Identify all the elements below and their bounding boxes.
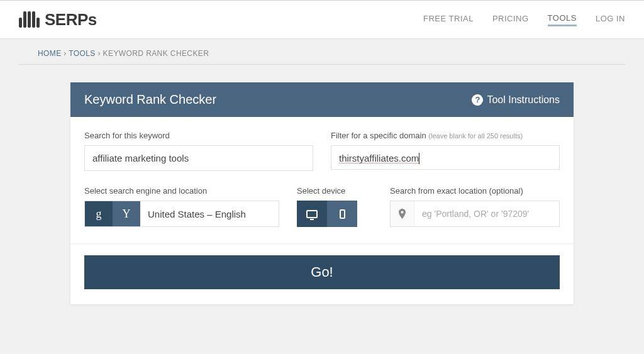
- device-mobile-button[interactable]: [327, 201, 357, 227]
- mobile-icon: [340, 209, 345, 219]
- location-pin-icon: [391, 201, 414, 226]
- tool-instructions-label: Tool Instructions: [487, 94, 560, 106]
- topbar: SERPs FREE TRIAL PRICING TOOLS LOG IN: [0, 0, 644, 39]
- nav-pricing[interactable]: PRICING: [492, 14, 529, 25]
- breadcrumb: HOME › TOOLS › KEYWORD RANK CHECKER: [19, 39, 625, 65]
- desktop-icon: [306, 210, 318, 218]
- nav-login[interactable]: LOG IN: [596, 14, 625, 25]
- help-icon: ?: [472, 94, 483, 106]
- keyword-input[interactable]: [84, 145, 313, 171]
- rank-checker-panel: Keyword Rank Checker ? Tool Instructions…: [70, 82, 574, 304]
- domain-hint: (leave blank for all 250 results): [428, 132, 523, 140]
- domain-label: Filter for a specific domain (leave blan…: [331, 131, 560, 140]
- domain-input[interactable]: [331, 145, 560, 170]
- panel-title: Keyword Rank Checker: [84, 92, 216, 107]
- breadcrumb-home[interactable]: HOME: [38, 49, 62, 58]
- engine-google-button[interactable]: g: [85, 201, 113, 226]
- engine-label: Select search engine and location: [84, 186, 279, 196]
- device-selector: [297, 201, 372, 227]
- main-nav: FREE TRIAL PRICING TOOLS LOG IN: [423, 13, 625, 26]
- submit-row: Go!: [70, 244, 574, 304]
- brand-name: SERPs: [45, 10, 97, 30]
- brand[interactable]: SERPs: [19, 10, 97, 30]
- go-button[interactable]: Go!: [84, 255, 560, 289]
- breadcrumb-tools[interactable]: TOOLS: [69, 49, 95, 58]
- tool-instructions-link[interactable]: ? Tool Instructions: [472, 94, 560, 106]
- engine-location-select[interactable]: United States – English: [140, 201, 279, 226]
- breadcrumb-current: KEYWORD RANK CHECKER: [103, 49, 209, 58]
- logo-icon: [19, 11, 40, 28]
- keyword-label: Search for this keyword: [84, 131, 313, 140]
- nav-tools[interactable]: TOOLS: [548, 13, 577, 26]
- nav-free-trial[interactable]: FREE TRIAL: [423, 14, 474, 25]
- engine-yahoo-button[interactable]: Y: [113, 201, 140, 226]
- panel-body: Search for this keyword Filter for a spe…: [70, 117, 574, 244]
- location-input[interactable]: [414, 201, 559, 226]
- location-label: Search from exact location (optional): [390, 186, 560, 196]
- panel-header: Keyword Rank Checker ? Tool Instructions: [70, 82, 574, 117]
- device-desktop-button[interactable]: [297, 201, 327, 227]
- device-label: Select device: [297, 186, 372, 196]
- engine-selector: g Y United States – English: [84, 201, 279, 227]
